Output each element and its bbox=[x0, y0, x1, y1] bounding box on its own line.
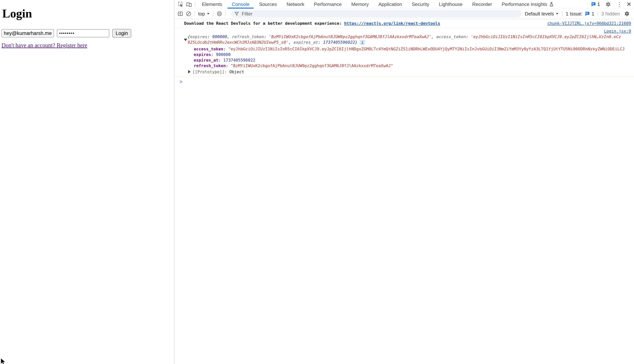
property-value: 900000 bbox=[216, 52, 230, 57]
clear-console-icon[interactable] bbox=[184, 10, 192, 18]
chevron-down-icon bbox=[556, 13, 558, 14]
prototype-label: [[Prototype]]: bbox=[192, 70, 230, 74]
issues-label: 1 Issue: bbox=[566, 11, 583, 17]
tab-network[interactable]: Network bbox=[282, 0, 309, 8]
object-preview-line1: {expires: 900000, refresh_token: 'BzMYiI… bbox=[188, 34, 631, 40]
value-info-icon[interactable]: i bbox=[360, 40, 365, 45]
prompt-chevron-icon: > bbox=[180, 79, 182, 84]
more-options-kebab-icon[interactable]: ⋮ bbox=[616, 1, 622, 7]
console-message-object: Login.jsx:9 {expires: 900000, refresh_to… bbox=[174, 28, 634, 77]
property-expires_at: expires_at: 1737405596022 bbox=[194, 58, 631, 63]
tab-application[interactable]: Application bbox=[374, 0, 407, 8]
property-access_token: access_token: "eyJhbGciOiJIUzI1NiIsInR5c… bbox=[194, 46, 631, 52]
tab-label: Elements bbox=[202, 2, 222, 7]
tab-lighthouse[interactable]: Lighthouse bbox=[434, 0, 467, 8]
tab-performance[interactable]: Performance bbox=[309, 0, 346, 8]
preview-token: access_token bbox=[436, 34, 466, 39]
preview-token: 'BzMYiIWUxK2cbgofAjPbAnut8JUW9pz2gghqnf3… bbox=[269, 34, 431, 39]
collapsed-triangle-icon[interactable] bbox=[188, 70, 190, 74]
devtools-tabbar: ElementsConsoleSourcesNetworkPerformance… bbox=[174, 0, 634, 9]
tabbar-right: 1 bbox=[587, 0, 632, 8]
preview-token: : bbox=[318, 40, 323, 44]
divider bbox=[194, 11, 195, 16]
tab-label: Lighthouse bbox=[439, 2, 462, 7]
tab-memory[interactable]: Memory bbox=[346, 0, 374, 8]
console-toolbar: top Filter Default levels bbox=[174, 9, 634, 19]
inspect-element-icon[interactable] bbox=[177, 0, 185, 8]
tab-label: Security bbox=[412, 2, 429, 7]
console-message-react-devtools: Download the React DevTools for a better… bbox=[174, 19, 634, 28]
prototype-row[interactable]: [[Prototype]]: Object bbox=[188, 69, 631, 75]
toolbar-issues-counter[interactable]: 1 Issue: 1 bbox=[566, 11, 594, 17]
prototype-value: Object bbox=[230, 70, 244, 74]
preview-token: 925LUcdb2tHmRRvJexcWCh1MJzAB3N2UIewP5_s0… bbox=[188, 40, 288, 44]
tab-elements[interactable]: Elements bbox=[197, 0, 227, 8]
log-levels-label: Default levels bbox=[525, 11, 554, 17]
console-prompt[interactable]: > bbox=[174, 77, 634, 86]
source-location-link[interactable]: Login.jsx:9 bbox=[604, 29, 631, 34]
console-settings-gear-icon[interactable] bbox=[623, 10, 631, 18]
live-expression-eye-icon[interactable] bbox=[215, 10, 224, 18]
preview-token: : bbox=[264, 34, 269, 39]
preview-token: : bbox=[466, 34, 471, 39]
console-sidebar-toggle-icon[interactable] bbox=[176, 10, 184, 18]
device-toolbar-icon[interactable] bbox=[185, 0, 193, 8]
page-title: Login bbox=[2, 7, 32, 20]
password-field[interactable] bbox=[57, 29, 109, 37]
tab-recorder[interactable]: Recorder bbox=[468, 0, 497, 8]
issues-counter[interactable]: 1 bbox=[591, 2, 600, 7]
preview-token: , bbox=[431, 34, 436, 39]
property-value: "BzMYiIWUxK2cbgofAjPbAnut8JUW9pz2gghqnf3… bbox=[231, 64, 393, 68]
property-key: expires bbox=[194, 52, 211, 57]
tab-label: Memory bbox=[351, 2, 369, 7]
divider bbox=[213, 11, 214, 16]
source-location-link[interactable]: chunk-VIJJTZRL.js?v=960bd321:21609 bbox=[547, 20, 631, 26]
property-value: 1737405596022 bbox=[223, 58, 255, 62]
devtools-tabs: ElementsConsoleSourcesNetworkPerformance… bbox=[197, 0, 559, 8]
divider bbox=[562, 11, 562, 16]
issues-bubble-icon bbox=[591, 2, 596, 7]
tab-label: Performance insights bbox=[502, 2, 547, 7]
object-preview[interactable]: {expires: 900000, refresh_token: 'BzMYiI… bbox=[188, 34, 631, 45]
preview-token: 1737405596022 bbox=[323, 40, 355, 44]
log-levels-dropdown[interactable]: Default levels bbox=[525, 11, 559, 17]
preview-token: expires_at bbox=[294, 40, 318, 44]
register-link[interactable]: Don't have an account? Register here bbox=[2, 42, 87, 49]
issues-bubble-icon bbox=[584, 11, 590, 16]
hidden-messages-label[interactable]: 3 hidden bbox=[601, 11, 620, 17]
expand-triangle-icon[interactable] bbox=[184, 39, 187, 41]
divider bbox=[195, 2, 195, 7]
property-refresh_token: refresh_token: "BzMYiIWUxK2cbgofAjPbAnut… bbox=[194, 63, 631, 68]
console-filter-input[interactable]: Filter bbox=[231, 10, 521, 18]
tab-console[interactable]: Console bbox=[227, 0, 254, 8]
login-button[interactable]: Login bbox=[112, 29, 131, 38]
context-selector[interactable]: top bbox=[197, 11, 211, 17]
email-field[interactable] bbox=[2, 29, 54, 37]
login-page: Login Login Don't have an account? Regis… bbox=[0, 0, 174, 364]
close-devtools-icon[interactable]: ✕ bbox=[626, 1, 632, 7]
filter-placeholder: Filter bbox=[242, 11, 252, 17]
mouse-cursor-icon bbox=[0, 358, 8, 364]
divider bbox=[598, 11, 598, 16]
tab-label: Sources bbox=[259, 2, 277, 7]
tab-security[interactable]: Security bbox=[407, 0, 434, 8]
tab-label: Console bbox=[232, 2, 249, 7]
issues-count-label: 1 bbox=[597, 2, 600, 7]
property-key: refresh_token bbox=[194, 64, 226, 68]
tab-label: Network bbox=[286, 2, 304, 7]
tab-sources[interactable]: Sources bbox=[254, 0, 282, 8]
react-devtools-link[interactable]: https://reactjs.org/link/react-devtools bbox=[344, 21, 440, 26]
screen: Login Login Don't have an account? Regis… bbox=[0, 0, 634, 364]
message-text-part: Download the React DevTools for a better… bbox=[184, 21, 344, 26]
property-value: "eyJhbGciOiJIUzI1NiIsInR5cCI6IkpXVCJ9.ey… bbox=[228, 47, 624, 51]
settings-gear-icon[interactable] bbox=[604, 0, 612, 8]
preview-token: : bbox=[207, 34, 212, 39]
property-expires: expires: 900000 bbox=[194, 52, 631, 58]
divider bbox=[225, 11, 226, 16]
console-messages: Download the React DevTools for a better… bbox=[174, 19, 634, 364]
property-key: access_token bbox=[194, 47, 223, 51]
tab-label: Recorder bbox=[472, 2, 492, 7]
tab-performance-insights[interactable]: Performance insights bbox=[497, 0, 559, 8]
preview-token: expires bbox=[190, 34, 207, 39]
tab-label: Application bbox=[378, 2, 402, 7]
